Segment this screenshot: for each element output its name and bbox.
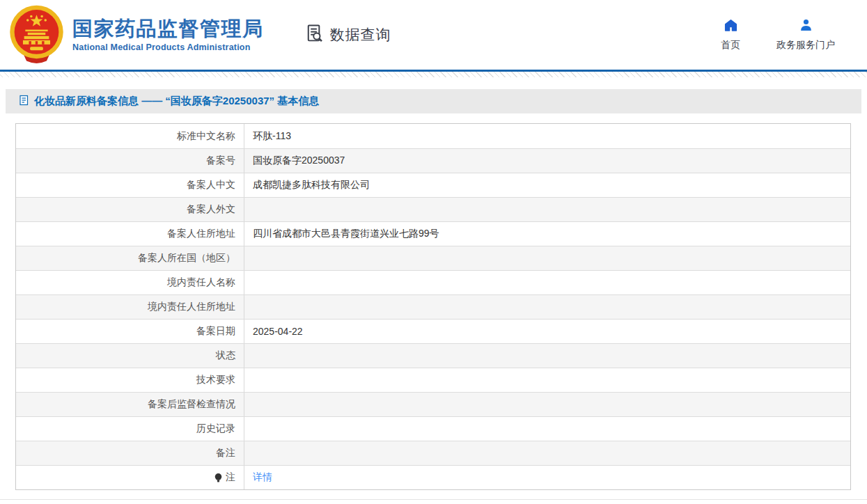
data-query-section[interactable]: 数据查询 (304, 23, 391, 47)
nav-home-label: 首页 (721, 39, 740, 52)
row-label-text: 历史记录 (196, 423, 235, 435)
row-value: 国妆原备字20250037 (244, 149, 850, 173)
data-query-label: 数据查询 (330, 25, 391, 45)
row-label-text: 备案人中文 (187, 179, 235, 191)
row-value (244, 417, 850, 441)
table-row: 备案后监督检查情况 (16, 392, 850, 416)
table-row: 备案人外文 (16, 197, 850, 221)
table-row: 历史记录 (16, 416, 850, 441)
row-value: 四川省成都市大邑县青霞街道兴业七路99号 (244, 222, 850, 246)
brand-logo[interactable]: 国家药品监督管理局 National Medical Products Admi… (7, 4, 264, 66)
org-name-en: National Medical Products Administration (72, 42, 264, 52)
row-label-text: 境内责任人名称 (167, 276, 235, 289)
nav-home[interactable]: 首页 (721, 18, 740, 52)
row-value (244, 368, 850, 392)
home-icon (724, 18, 738, 36)
row-label: 标准中文名称 (16, 124, 244, 148)
row-label-text: 境内责任人住所地址 (148, 301, 235, 313)
row-label-text: 技术要求 (196, 374, 235, 386)
row-label: 技术要求 (16, 368, 244, 392)
row-label: 备案日期 (16, 320, 244, 343)
row-label: 状态 (16, 344, 244, 368)
row-label: 境内责任人名称 (16, 271, 244, 294)
row-label-text: 备注 (216, 447, 235, 459)
detail-link[interactable]: 详情 (253, 471, 272, 484)
main-content: 化妆品新原料备案信息 —— “国妆原备字20250037” 基本信息 标准中文名… (0, 89, 867, 490)
row-value: 详情 (244, 466, 850, 489)
row-label: 境内责任人住所地址 (16, 295, 244, 319)
row-label: 备案后监督检查情况 (16, 393, 244, 416)
row-value (244, 198, 850, 221)
site-header: 国家药品监督管理局 National Medical Products Admi… (0, 0, 867, 70)
page-title-bar: 化妆品新原料备案信息 —— “国妆原备字20250037” 基本信息 (6, 89, 861, 113)
table-row: 备案人所在国（地区） (16, 246, 850, 270)
page-title: 化妆品新原料备案信息 —— “国妆原备字20250037” 基本信息 (34, 95, 319, 108)
row-label-text: 备案人外文 (187, 203, 235, 216)
row-label: 备案人中文 (16, 173, 244, 197)
row-label-text: 备案人住所地址 (167, 228, 235, 240)
row-value (244, 246, 850, 270)
row-label-text: 标准中文名称 (177, 130, 235, 143)
table-row: 备案人中文成都凯捷多肽科技有限公司 (16, 173, 850, 197)
row-value (244, 271, 850, 294)
table-row: 备案人住所地址四川省成都市大邑县青霞街道兴业七路99号 (16, 221, 850, 246)
row-label: 备注 (16, 441, 244, 465)
row-value: 环肽-113 (244, 124, 850, 148)
row-label: 备案号 (16, 149, 244, 173)
table-row: 备注 (16, 441, 850, 465)
table-row: 技术要求 (16, 368, 850, 392)
row-label: 注 (16, 466, 244, 489)
data-query-icon (304, 23, 325, 47)
bulb-icon (214, 473, 223, 483)
table-row: 境内责任人名称 (16, 270, 850, 294)
table-row: 备案号国妆原备字20250037 (16, 148, 850, 173)
row-value: 成都凯捷多肽科技有限公司 (244, 173, 850, 197)
row-label-text: 状态 (216, 349, 235, 362)
row-value (244, 393, 850, 416)
footer-divider-line (0, 499, 867, 500)
org-name-cn: 国家药品监督管理局 (72, 17, 264, 40)
row-label-text: 备案后监督检查情况 (148, 398, 235, 411)
nmpa-emblem-icon (7, 4, 66, 66)
table-row: 境内责任人住所地址 (16, 294, 850, 319)
hatch-strip (0, 72, 867, 77)
table-row: 备案日期2025-04-22 (16, 319, 850, 343)
user-icon (799, 18, 813, 36)
row-label-text: 备案日期 (196, 325, 235, 338)
row-label-text: 注 (226, 471, 235, 484)
row-value: 2025-04-22 (244, 320, 850, 343)
row-label: 历史记录 (16, 417, 244, 441)
document-icon (19, 95, 29, 109)
row-label: 备案人住所地址 (16, 222, 244, 246)
table-row: 注详情 (16, 465, 850, 489)
row-label: 备案人外文 (16, 198, 244, 221)
top-nav: 首页 政务服务门户 (721, 18, 835, 52)
row-label-text: 备案人所在国（地区） (138, 252, 235, 265)
table-row: 标准中文名称环肽-113 (16, 124, 850, 148)
table-row: 状态 (16, 343, 850, 368)
nav-portal[interactable]: 政务服务门户 (776, 18, 835, 52)
row-value (244, 441, 850, 465)
row-label: 备案人所在国（地区） (16, 246, 244, 270)
info-table: 标准中文名称环肽-113备案号国妆原备字20250037备案人中文成都凯捷多肽科… (15, 123, 851, 490)
row-value (244, 295, 850, 319)
nav-portal-label: 政务服务门户 (776, 39, 835, 52)
row-label-text: 备案号 (206, 155, 235, 167)
row-value (244, 344, 850, 368)
